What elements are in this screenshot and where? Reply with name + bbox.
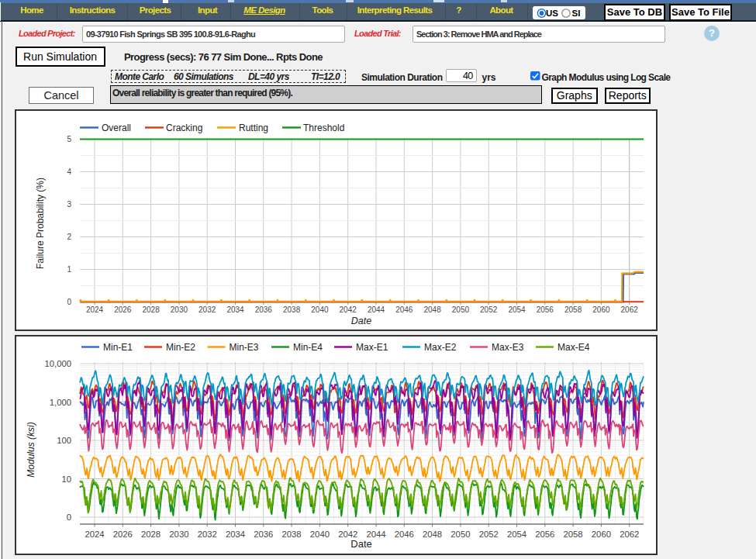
svg-text:2062: 2062 [621,305,639,314]
svg-text:4: 4 [67,167,71,176]
svg-text:2024: 2024 [85,530,104,539]
svg-text:2056: 2056 [535,530,554,539]
svg-text:Threshold: Threshold [303,122,344,133]
svg-text:2050: 2050 [452,305,470,314]
svg-text:2046: 2046 [395,305,413,314]
svg-text:2058: 2058 [564,305,582,314]
svg-text:2036: 2036 [254,530,273,539]
svg-text:2054: 2054 [508,305,526,314]
svg-text:2028: 2028 [142,305,160,314]
svg-text:10: 10 [61,474,71,484]
svg-text:Modulus (ksi): Modulus (ksi) [26,422,36,477]
svg-text:1,000: 1,000 [50,398,71,407]
svg-text:Max-E3: Max-E3 [492,342,524,353]
svg-text:Date: Date [350,538,371,550]
svg-text:2038: 2038 [283,305,301,314]
svg-text:2058: 2058 [564,530,583,539]
svg-text:Date: Date [351,316,371,326]
svg-text:2040: 2040 [311,305,329,314]
svg-text:2060: 2060 [592,305,610,314]
svg-text:2032: 2032 [198,530,217,539]
svg-text:2040: 2040 [310,530,330,539]
svg-text:Min-E3: Min-E3 [230,342,259,353]
svg-text:0: 0 [67,512,71,522]
svg-text:2034: 2034 [226,530,245,539]
svg-text:10,000: 10,000 [44,359,71,368]
svg-text:2060: 2060 [592,530,611,539]
svg-text:2054: 2054 [507,530,526,539]
svg-text:2048: 2048 [423,530,442,539]
svg-text:2028: 2028 [141,530,161,539]
svg-text:0: 0 [67,298,71,306]
svg-text:2030: 2030 [169,530,188,539]
svg-text:Max-E2: Max-E2 [424,342,457,353]
svg-text:2036: 2036 [255,305,273,314]
svg-text:1: 1 [67,265,71,274]
svg-text:2050: 2050 [450,530,470,539]
svg-text:2042: 2042 [340,305,357,314]
svg-text:2030: 2030 [171,305,188,314]
svg-text:Overall: Overall [102,122,131,133]
svg-text:2052: 2052 [479,530,499,539]
svg-text:Max-E4: Max-E4 [558,342,590,353]
svg-text:2056: 2056 [537,305,554,314]
svg-text:5: 5 [67,135,71,143]
svg-text:2026: 2026 [114,305,132,314]
svg-text:2048: 2048 [423,305,441,314]
svg-text:2044: 2044 [368,305,385,314]
svg-text:2024: 2024 [86,305,104,314]
svg-text:2026: 2026 [113,530,133,539]
svg-text:2: 2 [67,233,71,241]
svg-text:Cracking: Cracking [166,122,202,133]
svg-text:2032: 2032 [198,305,216,314]
svg-text:2034: 2034 [226,305,244,314]
svg-text:2052: 2052 [480,305,498,314]
svg-text:Min-E4: Min-E4 [293,342,323,353]
svg-text:2062: 2062 [620,530,639,539]
svg-text:Max-E1: Max-E1 [356,342,388,353]
svg-text:Min-E2: Min-E2 [166,342,195,353]
svg-text:100: 100 [57,436,71,445]
svg-text:2046: 2046 [395,530,414,539]
svg-text:Failure Probability (%): Failure Probability (%) [35,178,46,269]
svg-text:Rutting: Rutting [239,122,268,133]
svg-text:3: 3 [67,200,71,209]
svg-text:Min-E1: Min-E1 [103,342,133,353]
svg-text:2038: 2038 [282,530,302,539]
